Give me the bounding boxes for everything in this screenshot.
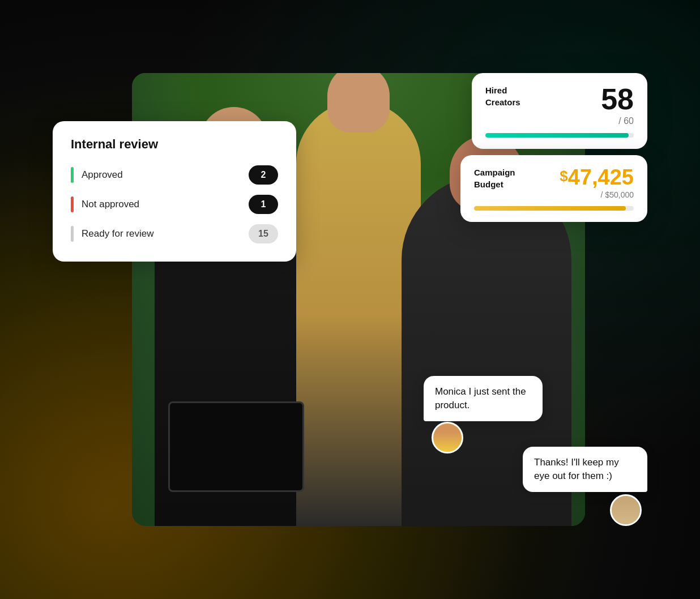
budget-label-line2: Budget — [474, 178, 515, 190]
budget-progress-container — [474, 206, 634, 211]
hired-label-line2: Creators — [485, 96, 520, 108]
chat-avatar-replier-inner — [612, 496, 640, 524]
approved-label: Approved — [82, 169, 249, 181]
chat-avatar-sender-inner — [433, 423, 462, 452]
approved-indicator — [71, 167, 74, 183]
hired-number: 58 — [601, 84, 634, 114]
hired-labels: Hired Creators — [485, 84, 520, 108]
hired-creators-card: Hired Creators 58 / 60 — [472, 73, 647, 149]
budget-progress-fill — [474, 206, 626, 211]
campaign-budget-card: Campaign Budget $47,425 / $50,000 — [460, 155, 647, 222]
hired-progress-fill — [485, 133, 629, 138]
scene-container: Internal review Approved 2 Not approved … — [53, 39, 647, 560]
chat-avatar-sender — [432, 422, 463, 453]
ready-label: Ready for review — [82, 228, 249, 239]
budget-total: / $50,000 — [560, 190, 634, 199]
review-row-approved: Approved 2 — [71, 165, 278, 185]
hired-progress-container — [485, 133, 634, 138]
budget-amount: 47,425 — [568, 165, 634, 189]
chat-bubble-sent: Monica I just sent the product. — [424, 376, 543, 421]
hired-total: / 60 — [601, 116, 634, 126]
budget-dollar-sign: $ — [560, 168, 567, 185]
laptop-screen — [168, 401, 304, 492]
chat-avatar-replier — [610, 494, 642, 526]
not-approved-label: Not approved — [82, 199, 249, 210]
budget-card-inner: Campaign Budget $47,425 / $50,000 — [474, 166, 634, 199]
approved-badge: 2 — [249, 165, 278, 185]
hired-numbers: 58 / 60 — [601, 84, 634, 126]
not-approved-indicator — [71, 196, 74, 212]
hired-card-inner: Hired Creators 58 / 60 — [485, 84, 634, 126]
chat-sent-text: Monica I just sent the product. — [435, 385, 531, 412]
ready-indicator — [71, 226, 74, 242]
budget-label-line1: Campaign — [474, 166, 515, 178]
chat-reply-text: Thanks! I'll keep my eye out for them :) — [534, 456, 636, 483]
hired-label-line1: Hired — [485, 84, 520, 96]
internal-review-card: Internal review Approved 2 Not approved … — [53, 121, 296, 262]
not-approved-badge: 1 — [249, 195, 278, 214]
review-row-not-approved: Not approved 1 — [71, 195, 278, 214]
review-row-ready: Ready for review 15 — [71, 224, 278, 243]
budget-amount-container: $47,425 — [560, 166, 634, 188]
budget-labels: Campaign Budget — [474, 166, 515, 190]
internal-review-title: Internal review — [71, 137, 278, 152]
ready-badge: 15 — [249, 224, 278, 243]
budget-numbers: $47,425 / $50,000 — [560, 166, 634, 199]
chat-bubble-reply: Thanks! I'll keep my eye out for them :) — [523, 447, 647, 492]
